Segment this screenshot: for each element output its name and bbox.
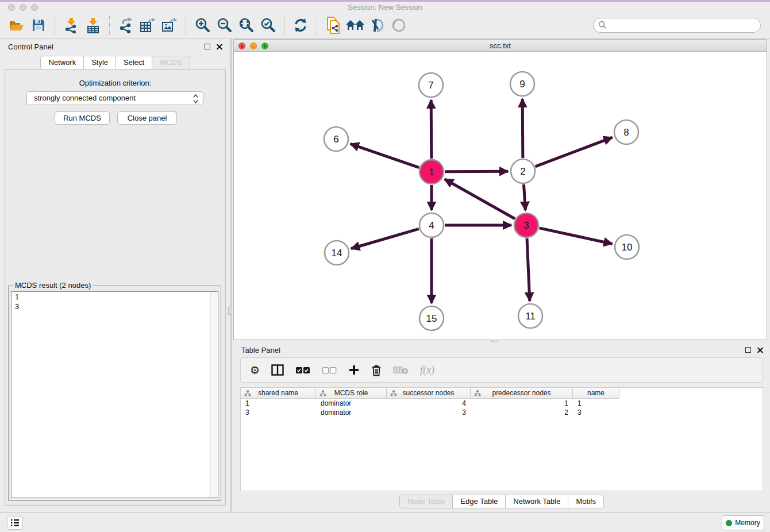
tab-network[interactable]: Network (40, 56, 84, 70)
tab-mcds[interactable]: MCDS (152, 56, 190, 70)
column-type-icon (474, 390, 481, 396)
gear-icon[interactable]: ⚙ (250, 365, 260, 376)
clone-network-button[interactable] (322, 15, 344, 36)
graph-node-4[interactable]: 4 (419, 213, 444, 237)
tab-motifs[interactable]: Motifs (568, 495, 604, 508)
zoom-fit-button[interactable] (235, 15, 257, 36)
table-cell[interactable]: 3 (241, 408, 316, 417)
graph-node-11[interactable]: 11 (518, 304, 542, 328)
graph-node-7[interactable]: 7 (419, 73, 443, 97)
table-cell[interactable]: 1 (471, 399, 573, 408)
graph-edge-1-2[interactable] (445, 171, 508, 172)
node-table[interactable]: shared nameMCDS rolesuccessor nodesprede… (240, 387, 763, 491)
deselect-all-icon[interactable] (322, 367, 337, 374)
table-cell[interactable]: dominator (316, 408, 387, 417)
export-table-button[interactable] (137, 15, 159, 36)
zoom-in-button[interactable] (191, 15, 213, 36)
mcds-panel: Optimization criterion: strongly connect… (5, 69, 226, 506)
splitter-grip[interactable] (228, 307, 232, 315)
column-label: shared name (258, 389, 298, 397)
tab-node-table[interactable]: Node Table (399, 495, 453, 508)
graph-node-1[interactable]: 1 (419, 160, 444, 184)
table-cell[interactable]: 2 (471, 408, 573, 417)
open-session-button[interactable] (6, 15, 28, 36)
graph-edge-2-9[interactable] (522, 99, 523, 158)
delete-column-icon[interactable] (371, 364, 382, 376)
table-row[interactable]: 1dominator411 (241, 399, 619, 408)
save-session-button[interactable] (28, 15, 49, 36)
table-panel-header: Table Panel (233, 345, 770, 356)
graph-edge-1-7[interactable] (431, 100, 432, 159)
add-column-icon[interactable] (348, 364, 360, 376)
table-panel-title: Table Panel (241, 346, 280, 354)
table-cell[interactable]: 4 (387, 399, 471, 408)
close-panel-icon[interactable] (216, 44, 222, 50)
eye-button[interactable] (388, 15, 410, 36)
table-cell[interactable]: dominator (316, 399, 387, 408)
home-button[interactable] (344, 15, 366, 36)
graph-node-10[interactable]: 10 (615, 235, 639, 259)
export-image-button[interactable] (159, 15, 180, 36)
run-mcds-button[interactable]: Run MCDS (55, 111, 110, 125)
export-image-icon (161, 18, 178, 33)
graph-svg[interactable]: 7968124314101511 (234, 52, 767, 340)
graph-edge-3-11[interactable] (527, 238, 530, 301)
function-builder-icon[interactable]: f(x) (420, 364, 434, 376)
graph-node-6[interactable]: 6 (324, 127, 348, 151)
column-header-successor-nodes[interactable]: successor nodes (387, 388, 471, 399)
task-history-button[interactable] (7, 516, 23, 530)
tab-style[interactable]: Style (84, 56, 116, 70)
graph-node-14[interactable]: 14 (325, 241, 349, 265)
graph-edge-2-8[interactable] (536, 137, 613, 167)
graph-edge-3-10[interactable] (539, 228, 612, 244)
network-canvas[interactable]: 7968124314101511 (233, 52, 767, 340)
table-cell[interactable]: 3 (573, 408, 619, 417)
table-cell[interactable]: 1 (573, 399, 619, 408)
table-cell[interactable]: 1 (241, 399, 316, 408)
import-network-button[interactable] (60, 15, 82, 36)
hide-icon (369, 18, 385, 33)
search-input[interactable] (593, 18, 761, 33)
optimization-criterion-select[interactable]: strongly connected component (26, 91, 203, 105)
mcds-result-text[interactable]: 13 (11, 291, 218, 498)
export-table-icon (140, 18, 156, 33)
graph-edge-1-6[interactable] (351, 144, 419, 167)
close-table-panel-icon[interactable] (757, 347, 763, 353)
status-bar: Memory (0, 512, 770, 532)
graph-edge-4-14[interactable] (351, 229, 419, 248)
graph-node-label: 15 (426, 313, 437, 324)
graph-node-label: 8 (623, 127, 629, 138)
memory-button[interactable]: Memory (722, 515, 764, 530)
apply-layout-button[interactable] (290, 15, 311, 36)
column-header-name[interactable]: name (573, 388, 619, 399)
float-panel-icon[interactable] (205, 44, 210, 49)
table-row[interactable]: 3dominator323 (241, 408, 619, 417)
toolbar-separator (186, 16, 186, 35)
hide-button[interactable] (366, 15, 388, 36)
import-table-button[interactable] (82, 15, 104, 36)
column-header-MCDS-role[interactable]: MCDS role (316, 388, 387, 399)
export-network-button[interactable] (115, 15, 137, 36)
tab-network-table[interactable]: Network Table (506, 495, 568, 508)
table-cell[interactable]: 3 (387, 408, 471, 417)
result-scrollbar[interactable] (210, 292, 218, 498)
delete-table-icon[interactable] (393, 365, 409, 375)
graph-node-3[interactable]: 3 (514, 213, 538, 237)
select-all-icon[interactable] (295, 367, 310, 374)
zoom-selected-button[interactable] (257, 15, 279, 36)
graph-node-8[interactable]: 8 (614, 120, 638, 144)
tab-select[interactable]: Select (116, 56, 152, 70)
tab-edge-table[interactable]: Edge Table (453, 495, 506, 508)
graph-edge-2-3[interactable] (523, 184, 525, 210)
column-header-shared-name[interactable]: shared name (241, 388, 316, 399)
graph-node-15[interactable]: 15 (419, 306, 444, 330)
float-table-panel-icon[interactable] (745, 347, 751, 353)
graph-node-9[interactable]: 9 (510, 72, 534, 96)
column-header-predecessor-nodes[interactable]: predecessor nodes (471, 388, 573, 399)
columns-icon[interactable] (271, 364, 284, 376)
graph-node-2[interactable]: 2 (511, 159, 535, 183)
zoom-out-button[interactable] (213, 15, 235, 36)
graph-edge-3-1[interactable] (445, 179, 515, 219)
network-window-titlebar[interactable]: x - + scc.txt (233, 39, 767, 52)
close-panel-button[interactable]: Close panel (117, 111, 177, 125)
